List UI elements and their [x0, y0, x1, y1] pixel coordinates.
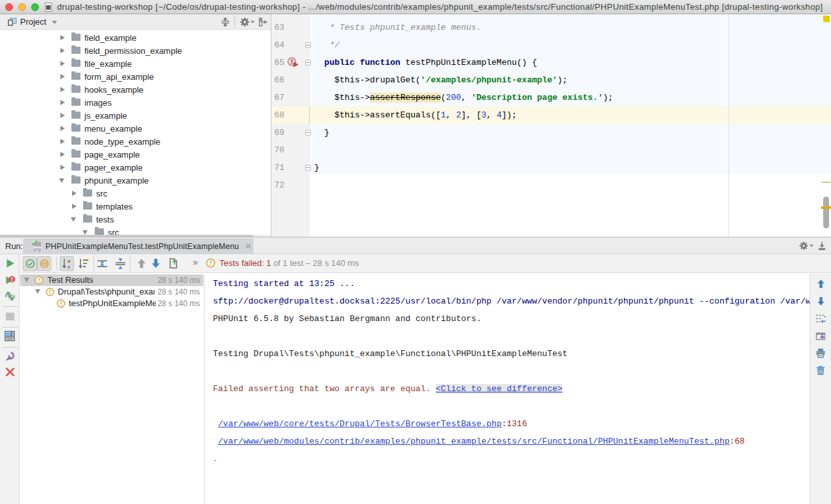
svg-text:a: a: [68, 258, 71, 264]
svg-text:php: php: [33, 246, 42, 252]
svg-text:z: z: [68, 264, 70, 269]
